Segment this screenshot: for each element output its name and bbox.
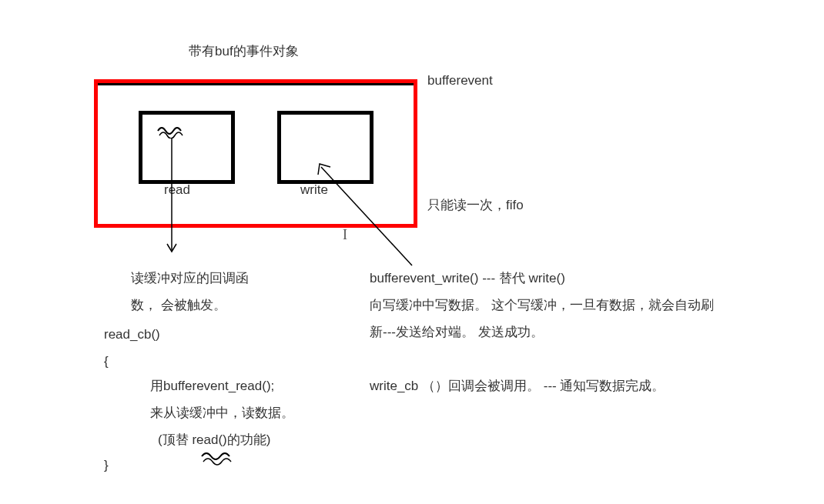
write-desc-line3: 新---发送给对端。 发送成功。 <box>370 323 544 341</box>
write-cb-label: write_cb （）回调会被调用。 --- 通知写数据完成。 <box>370 377 665 395</box>
brace-open: { <box>104 354 109 369</box>
fifo-note: 只能读一次，fifo <box>427 196 524 214</box>
read-body-line1: 用bufferevent_read(); <box>150 377 274 395</box>
write-desc-line2: 向写缓冲中写数据。 这个写缓冲，一旦有数据，就会自动刷 <box>370 296 714 314</box>
read-body-line2: 来从读缓冲中，读数据。 <box>150 404 294 422</box>
bottom-squiggle-icon <box>200 450 235 466</box>
read-squiggle-icon <box>156 123 187 139</box>
bufferevent-box-top <box>98 83 414 89</box>
write-desc-line1: bufferevent_write() --- 替代 write() <box>370 269 565 287</box>
read-arrow-icon <box>166 139 181 262</box>
read-buffer-box <box>139 111 235 184</box>
read-desc-line1: 读缓冲对应的回调函 <box>131 269 249 287</box>
svg-line-1 <box>321 167 412 265</box>
bufferevent-label: bufferevent <box>427 73 493 88</box>
write-arrow-icon <box>312 158 427 273</box>
diagram-title: 带有buf的事件对象 <box>189 42 299 60</box>
read-desc-line2: 数， 会被触发。 <box>131 296 226 314</box>
brace-close: } <box>104 458 109 473</box>
read-body-line3: (顶替 read()的功能) <box>158 431 270 449</box>
read-cb-label: read_cb() <box>104 327 160 342</box>
